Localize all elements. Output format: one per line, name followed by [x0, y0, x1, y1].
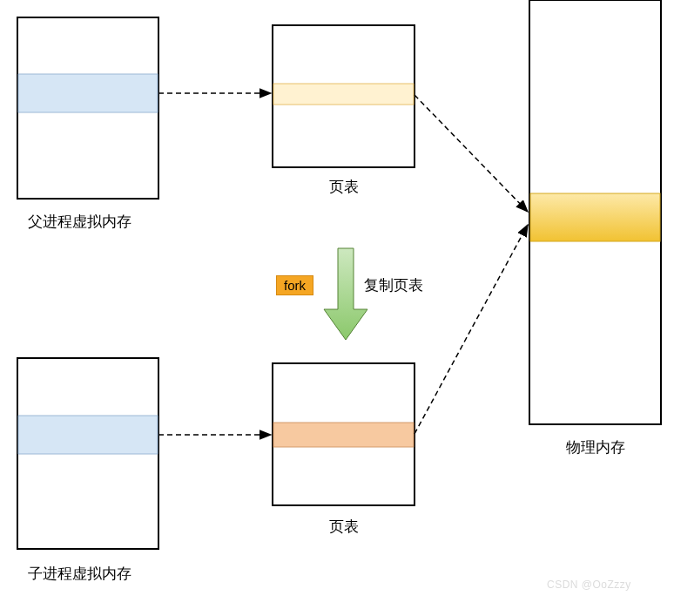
svg-rect-3: [18, 416, 158, 454]
page-table-top-label: 页表: [329, 177, 359, 197]
parent-vm-box: [17, 17, 158, 199]
svg-rect-5: [273, 84, 414, 105]
svg-rect-9: [530, 193, 660, 241]
copy-pt-label: 复制页表: [364, 275, 423, 295]
page-table-bottom-box: [273, 363, 415, 505]
physical-memory-label: 物理内存: [566, 437, 625, 457]
svg-rect-1: [18, 74, 158, 112]
watermark: CSDN @OoZzzy: [547, 579, 631, 591]
svg-rect-7: [273, 423, 414, 447]
arrow-pt-bottom-to-phys: [415, 225, 528, 434]
parent-vm-label: 父进程虚拟内存: [28, 212, 131, 232]
fork-arrow-icon: [324, 248, 367, 340]
physical-memory-box: [529, 0, 661, 424]
fork-tag: fork: [276, 275, 313, 295]
arrow-pt-top-to-phys: [415, 95, 528, 212]
child-vm-label: 子进程虚拟内存: [28, 564, 131, 584]
page-table-top-box: [273, 25, 415, 167]
child-vm-box: [17, 358, 158, 549]
page-table-bottom-label: 页表: [329, 517, 359, 537]
